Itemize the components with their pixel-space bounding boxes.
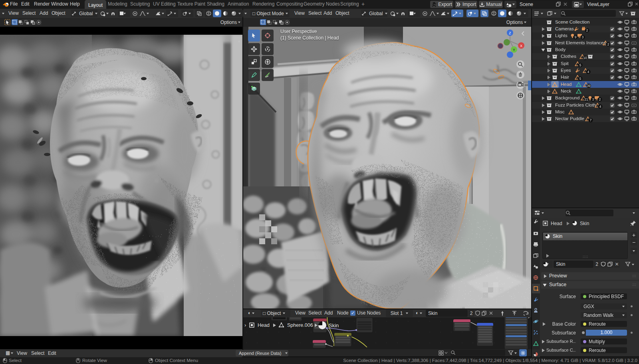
svg-text:Z: Z bbox=[509, 31, 511, 35]
svg-text:4: 4 bbox=[599, 105, 601, 109]
svg-text:5: 5 bbox=[579, 63, 581, 67]
svg-text:10: 10 bbox=[583, 56, 587, 60]
svg-text:4: 4 bbox=[587, 70, 589, 74]
svg-text:2: 2 bbox=[586, 29, 588, 32]
svg-text:2: 2 bbox=[607, 43, 609, 46]
svg-text:39: 39 bbox=[587, 84, 591, 88]
svg-text:9: 9 bbox=[575, 36, 577, 39]
svg-text:3: 3 bbox=[582, 36, 584, 39]
svg-text:Y: Y bbox=[513, 48, 515, 52]
svg-text:5: 5 bbox=[579, 77, 581, 81]
svg-text:2: 2 bbox=[599, 98, 601, 101]
svg-text:7: 7 bbox=[590, 119, 592, 122]
svg-text:3: 3 bbox=[592, 98, 594, 101]
svg-text:X: X bbox=[520, 44, 522, 48]
